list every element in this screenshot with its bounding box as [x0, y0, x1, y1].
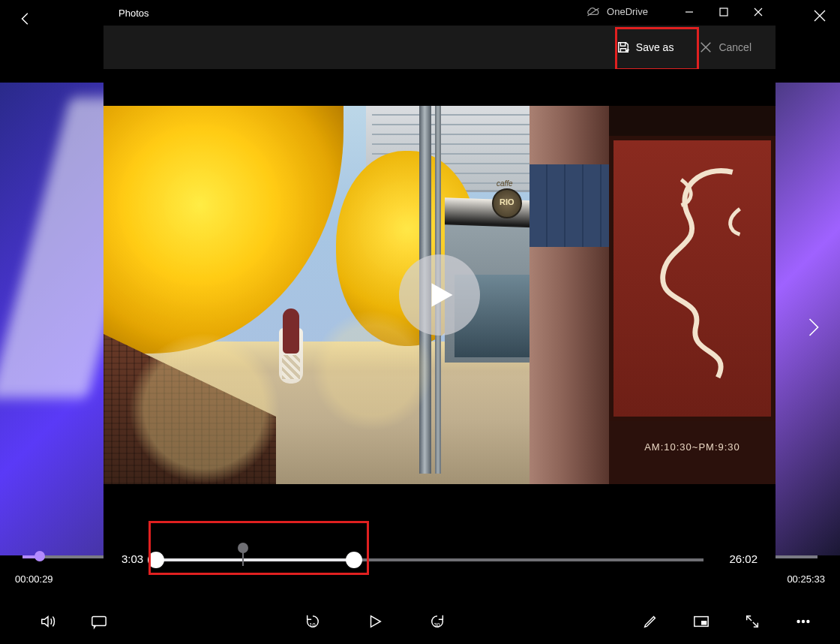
sign-name-text: RIO [500, 197, 514, 206]
maximize-button[interactable] [706, 0, 741, 24]
skip-forward-30-button[interactable]: 30 [427, 611, 448, 632]
outer-time-total: 00:25:33 [787, 573, 825, 585]
svg-text:10: 10 [309, 621, 315, 628]
minimize-button[interactable] [672, 0, 706, 24]
bottom-toolbar: 10 30 [0, 599, 840, 644]
playhead-pin[interactable] [238, 543, 248, 553]
next-media-button[interactable] [806, 315, 822, 342]
editor-toolbar: Save as Cancel [104, 26, 776, 69]
cancel-button[interactable]: Cancel [688, 33, 762, 62]
trim-start-handle[interactable] [148, 552, 164, 568]
play-button[interactable] [364, 611, 386, 632]
svg-point-7 [807, 621, 809, 623]
sign-top-text: caffe [496, 179, 513, 188]
svg-rect-8 [720, 8, 728, 16]
trim-end-time: 26:02 [729, 552, 758, 565]
skip-back-10-button[interactable]: 10 [302, 611, 323, 632]
root: 00:00:29 00:25:33 10 30 [0, 0, 840, 644]
volume-button[interactable] [38, 611, 58, 632]
save-as-button[interactable]: Save as [606, 33, 685, 62]
back-button[interactable] [18, 11, 34, 30]
titlebar: Photos OneDrive [104, 0, 776, 26]
trim-controls: 3:03 26:02 [104, 521, 776, 593]
svg-rect-4 [701, 621, 706, 625]
trim-end-handle[interactable] [346, 552, 362, 568]
trim-slider[interactable] [153, 558, 704, 561]
highlight-trim-region [148, 521, 369, 575]
trim-start-time: 3:03 [122, 552, 143, 565]
svg-rect-0 [92, 617, 106, 626]
app-title: Photos [104, 8, 148, 19]
cancel-label: Cancel [718, 41, 752, 53]
svg-text:30: 30 [434, 621, 440, 628]
onedrive-label: OneDrive [607, 6, 648, 17]
close-icon [699, 41, 712, 54]
subtitles-button[interactable] [88, 611, 110, 632]
mini-view-button[interactable] [691, 611, 712, 632]
window-controls [672, 0, 776, 24]
svg-point-5 [797, 621, 800, 623]
onedrive-status[interactable]: OneDrive [586, 6, 648, 17]
outer-close-button[interactable] [813, 9, 826, 26]
svg-point-6 [802, 621, 805, 623]
photos-trim-window: Photos OneDrive Save as Cancel [104, 0, 776, 593]
more-button[interactable] [793, 611, 814, 632]
save-icon [616, 41, 630, 54]
save-as-label: Save as [636, 41, 674, 53]
pillar-hours-text: AM:10:30~PM:9:30 [609, 441, 776, 453]
outer-time-current: 00:00:29 [15, 573, 53, 585]
edit-button[interactable] [640, 611, 661, 632]
preview-play-button[interactable] [399, 254, 480, 336]
video-preview: caffe RIO [104, 69, 776, 521]
close-button[interactable] [741, 0, 776, 24]
fullscreen-button[interactable] [742, 611, 763, 632]
